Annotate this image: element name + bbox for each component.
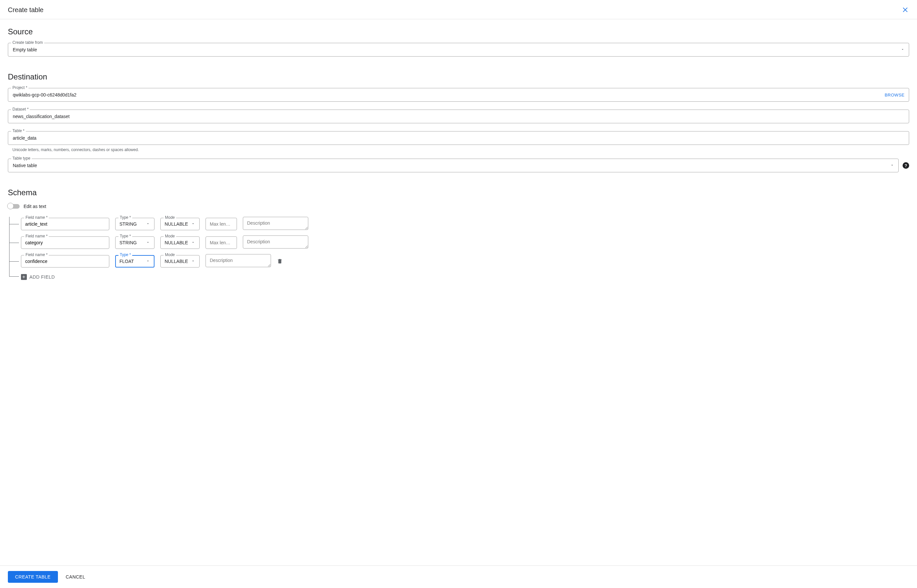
add-field-label: ADD FIELD xyxy=(29,275,55,279)
browse-button[interactable]: BROWSE xyxy=(885,92,904,97)
tree-line xyxy=(9,224,19,225)
field-type-label: Type * xyxy=(118,215,132,220)
dataset-input[interactable] xyxy=(8,110,909,123)
schema-field-row: Field name * Type * FLOAT Mode NULLABLE xyxy=(21,254,909,268)
delete-icon[interactable] xyxy=(277,258,284,265)
create-from-label: Create table from xyxy=(11,40,44,45)
tree-line xyxy=(9,217,10,277)
create-from-select[interactable]: Empty table xyxy=(8,43,909,57)
edit-as-text-label: Edit as text xyxy=(24,204,46,209)
edit-as-text-row: Edit as text xyxy=(8,204,909,209)
project-input[interactable] xyxy=(8,88,909,102)
field-name-label: Field name * xyxy=(24,234,49,238)
schema-description-input[interactable] xyxy=(206,254,271,267)
dialog-body: Source Create table from Empty table Des… xyxy=(0,19,917,565)
section-schema-heading: Schema xyxy=(8,188,909,197)
section-source-heading: Source xyxy=(8,27,909,36)
tree-line xyxy=(9,276,19,277)
dataset-label: Dataset * xyxy=(11,107,30,111)
dataset-field: Dataset * xyxy=(8,110,909,123)
schema-field-row: Field name * Type * STRING Mode NULLABLE xyxy=(21,217,909,231)
plus-icon: + xyxy=(21,274,27,280)
create-table-dialog: Create table Source Create table from Em… xyxy=(0,0,917,588)
help-icon[interactable]: ? xyxy=(902,162,909,169)
cancel-button[interactable]: CANCEL xyxy=(63,571,88,583)
schema-description-input[interactable] xyxy=(243,217,308,230)
field-type-label: Type * xyxy=(118,252,132,257)
table-helper-text: Unicode letters, marks, numbers, connect… xyxy=(8,147,909,152)
table-field: Table * xyxy=(8,131,909,145)
dialog-title: Create table xyxy=(8,6,44,14)
add-field-button[interactable]: + ADD FIELD xyxy=(21,274,55,280)
dialog-footer: CREATE TABLE CANCEL xyxy=(0,565,917,588)
section-destination-heading: Destination xyxy=(8,72,909,81)
schema-maxlen-input[interactable] xyxy=(206,236,237,249)
table-label: Table * xyxy=(11,129,26,133)
field-mode-label: Mode xyxy=(164,252,176,257)
table-input[interactable] xyxy=(8,131,909,145)
project-field: Project * BROWSE xyxy=(8,88,909,102)
toggle-knob xyxy=(7,203,14,209)
field-type-label: Type * xyxy=(118,234,132,238)
field-mode-label: Mode xyxy=(164,234,176,238)
field-name-label: Field name * xyxy=(24,215,49,220)
create-table-button[interactable]: CREATE TABLE xyxy=(8,571,58,583)
table-type-field: Table type Native table xyxy=(8,158,899,172)
add-field-row: + ADD FIELD xyxy=(21,273,909,280)
tree-line xyxy=(9,261,19,262)
schema-maxlen-input[interactable] xyxy=(206,218,237,230)
field-name-label: Field name * xyxy=(24,252,49,257)
schema-fields-container: Field name * Type * STRING Mode NULLABLE… xyxy=(8,217,909,280)
project-label: Project * xyxy=(11,86,29,90)
table-type-label: Table type xyxy=(11,156,32,161)
edit-as-text-toggle[interactable] xyxy=(8,204,19,208)
close-icon[interactable] xyxy=(901,6,909,14)
create-from-field: Create table from Empty table xyxy=(8,43,909,57)
table-type-row: Table type Native table ? xyxy=(8,158,909,172)
dialog-header: Create table xyxy=(0,0,917,19)
table-type-select[interactable]: Native table xyxy=(8,158,899,172)
schema-description-input[interactable] xyxy=(243,236,308,249)
field-mode-label: Mode xyxy=(164,215,176,220)
schema-field-row: Field name * Type * STRING Mode NULLABLE xyxy=(21,236,909,250)
